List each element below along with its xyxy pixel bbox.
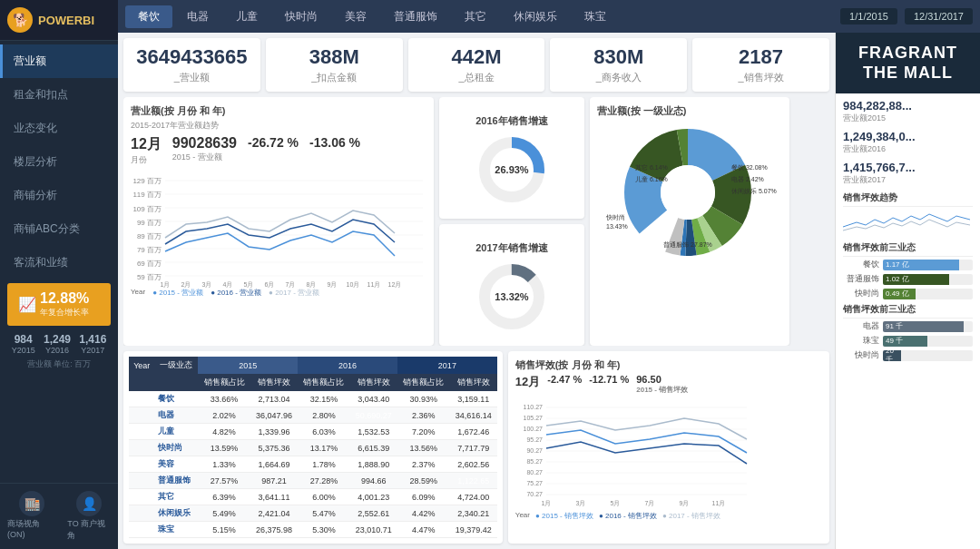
sidebar-item-abc[interactable]: 商铺ABC分类 bbox=[0, 212, 118, 246]
table-row: 其它6.39%3,641.116.00%4,001.236.09%4,724.0… bbox=[129, 489, 497, 505]
year-2016-val: 1,249 bbox=[44, 333, 71, 346]
stat-2016-lbl: 营业额2016 bbox=[843, 143, 973, 155]
filter-date-range: 1/1/2015 12/31/2017 bbox=[840, 8, 973, 25]
th-2017-eff: 销售坪效 bbox=[450, 374, 497, 391]
stat-2017-lbl: 营业额2017 bbox=[843, 174, 973, 186]
sales-eff-title: 销售坪效(按 月份 和 年) bbox=[515, 358, 822, 372]
date-end[interactable]: 12/31/2017 bbox=[905, 8, 973, 25]
filter-dianqi[interactable]: 电器 bbox=[174, 5, 221, 28]
th-year: Year bbox=[129, 357, 154, 374]
revenue-value: 99028639 bbox=[172, 135, 237, 152]
filter-zhuabao[interactable]: 珠宝 bbox=[572, 5, 619, 28]
svg-text:105.27: 105.27 bbox=[523, 415, 543, 421]
table-cell: 3,641.11 bbox=[250, 489, 298, 505]
user-view-btn[interactable]: 👤 TO 商户视角 bbox=[67, 491, 111, 542]
kpi-pingxiao-lbl: _销售坪效 bbox=[705, 71, 817, 84]
th-2017-pct: 销售额占比 bbox=[397, 374, 450, 391]
content-area: 3649433665 _营业额 388M _扣点金额 442M _总租金 830… bbox=[118, 33, 980, 549]
kpi-zujin-lbl: _总租金 bbox=[421, 71, 533, 84]
table-cell: 3,043.40 bbox=[350, 391, 397, 407]
filter-bar: 餐饮 电器 儿童 快时尚 美容 普通服饰 其它 休闲娱乐 珠宝 1/1/2015… bbox=[118, 0, 980, 33]
kpi-shangwu-lbl: _商务收入 bbox=[563, 71, 674, 84]
mall-view-btn[interactable]: 🏬 商场视角 (ON) bbox=[7, 491, 56, 542]
table-row: 儿童4.82%1,339.966.03%1,532.537.20%1,672.4… bbox=[129, 424, 497, 440]
table-cell: 2.80% bbox=[298, 407, 350, 424]
eff-pct2: -12.71 % bbox=[589, 374, 629, 395]
svg-text:80.27: 80.27 bbox=[526, 469, 543, 475]
pie-chart-svg: 餐饮 32.08% 电器 2.42% 休闲娱乐 5.07% 其它 6.14% 儿… bbox=[597, 120, 779, 256]
metric-value: 12.88% bbox=[40, 290, 89, 307]
table-cell: 1.33% bbox=[198, 456, 250, 473]
filter-canting[interactable]: 餐饮 bbox=[125, 5, 172, 28]
sidebar-item-yetai[interactable]: 业态变化 bbox=[0, 112, 118, 145]
trend-mini-svg bbox=[843, 209, 970, 234]
filter-ertong[interactable]: 儿童 bbox=[223, 5, 270, 28]
brand-header: FRAGRANT THE MALL bbox=[836, 33, 980, 93]
line-chart-legend: Year ● 2015 - 营业额 ● 2016 - 营业额 ● 2017 - … bbox=[131, 288, 426, 298]
table-cell bbox=[129, 440, 154, 456]
svg-text:13.43%: 13.43% bbox=[606, 223, 628, 230]
table-cell: 2.37% bbox=[397, 456, 450, 473]
filter-putongfushi[interactable]: 普通服饰 bbox=[381, 5, 450, 28]
line-chart-card: 营业额(按 月份 和 年) 2015-2017年营业额趋势 12月 月份 990… bbox=[123, 97, 434, 346]
table-cell: 1,122.65 bbox=[450, 473, 497, 489]
sidebar-item-shangpu[interactable]: 商铺分析 bbox=[0, 179, 118, 212]
right-panel: FRAGRANT THE MALL 984,282,88... 营业额2015 … bbox=[835, 33, 980, 549]
table-cell: 2,602.56 bbox=[450, 456, 497, 473]
filter-kuaishishang[interactable]: 快时尚 bbox=[272, 5, 330, 28]
table-row: 餐饮33.66%2,713.0432.15%3,043.4030.93%3,15… bbox=[129, 391, 497, 407]
filter-meirong[interactable]: 美容 bbox=[332, 5, 379, 28]
svg-text:7月: 7月 bbox=[644, 500, 654, 506]
top-bar-2-val: 1.02 亿 bbox=[886, 274, 909, 284]
th-2016: 2016 bbox=[298, 357, 397, 374]
table-cell: 994.66 bbox=[350, 473, 397, 489]
table-cell: 1,532.53 bbox=[350, 424, 397, 440]
year-2015-lbl: Y2015 bbox=[12, 346, 35, 355]
top-bar-3-val: 0.49 亿 bbox=[886, 289, 909, 299]
sidebar-item-keli[interactable]: 客流和业绩 bbox=[0, 246, 118, 279]
svg-text:79 百万: 79 百万 bbox=[137, 246, 162, 254]
sidebar-item-yingye[interactable]: 营业额 bbox=[0, 44, 118, 78]
kpi-zujin-val: 442M bbox=[421, 45, 533, 69]
stat-2015-lbl: 营业额2015 bbox=[843, 113, 973, 124]
pie-chart-card: 营业额(按 一级业态) bbox=[590, 97, 789, 346]
svg-text:2月: 2月 bbox=[181, 281, 191, 288]
sidebar-item-zujin[interactable]: 租金和扣点 bbox=[0, 78, 118, 112]
th-2016-pct: 销售额占比 bbox=[298, 374, 350, 391]
table-cell: 珠宝 bbox=[154, 522, 198, 538]
table-cell: 其它 bbox=[154, 489, 198, 505]
donut-col: 2016年销售增速 26.93% 2017年销售增速 bbox=[439, 97, 584, 346]
app-logo: 🐕 bbox=[7, 7, 33, 33]
svg-text:5月: 5月 bbox=[244, 281, 254, 288]
table-cell: 4,724.00 bbox=[450, 489, 497, 505]
year-2016-lbl: Y2016 bbox=[44, 346, 71, 355]
donut-2016-svg: 26.93% bbox=[466, 130, 557, 202]
table-cell: 27.28% bbox=[298, 473, 350, 489]
table-cell bbox=[129, 424, 154, 440]
filter-qita[interactable]: 其它 bbox=[452, 5, 499, 28]
sales-table: Year 一级业态 2015 2016 2017 销售额占比 bbox=[129, 357, 497, 538]
table-cell: 36,047.96 bbox=[250, 407, 298, 424]
svg-text:6月: 6月 bbox=[265, 281, 275, 288]
svg-point-42 bbox=[661, 165, 715, 220]
svg-text:109 百万: 109 百万 bbox=[132, 205, 162, 213]
app-name: POWERBI bbox=[38, 14, 94, 27]
svg-text:9月: 9月 bbox=[679, 500, 689, 506]
donut-2016-title: 2016年销售增速 bbox=[475, 114, 547, 128]
table-cell: 13.59% bbox=[198, 440, 250, 456]
brand-line1: FRAGRANT bbox=[843, 44, 973, 64]
table-cell: 普通服饰 bbox=[154, 473, 198, 489]
date-start[interactable]: 1/1/2015 bbox=[840, 8, 897, 25]
top-bar-1-label: 餐饮 bbox=[843, 259, 879, 270]
table-cell: 32.15% bbox=[298, 391, 350, 407]
table-cell: 1,672.46 bbox=[450, 424, 497, 440]
sidebar-item-cengjian[interactable]: 楼层分析 bbox=[0, 145, 118, 179]
table-cell: 美容 bbox=[154, 456, 198, 473]
donut-2017-svg: 13.32% bbox=[466, 257, 557, 329]
filter-xiuxian[interactable]: 休闲娱乐 bbox=[501, 5, 570, 28]
th-2016-eff: 销售坪效 bbox=[350, 374, 397, 391]
line-chart-subtitle: 2015-2017年营业额趋势 bbox=[131, 120, 426, 132]
sales-eff-meta: 12月 -2.47 % -12.71 % 96.50 2015 - 销售坪效 bbox=[515, 374, 822, 395]
sidebar-header: 🐕 POWERBI bbox=[0, 0, 118, 41]
kpi-yingye: 3649433665 _营业额 bbox=[123, 38, 260, 92]
